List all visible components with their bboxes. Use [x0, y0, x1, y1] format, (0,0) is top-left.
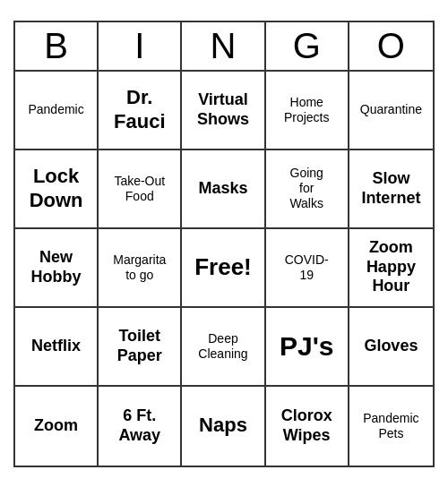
bingo-card: BINGO PandemicDr. FauciVirtual ShowsHome…	[13, 21, 435, 467]
bingo-cell-text-16: Toilet Paper	[117, 327, 162, 365]
bingo-letter-O: O	[349, 22, 433, 70]
bingo-cell-8: Going for Walks	[266, 150, 349, 229]
bingo-cell-text-24: Pandemic Pets	[363, 411, 418, 441]
bingo-cell-4: Quarantine	[349, 72, 433, 150]
bingo-cell-21: 6 Ft. Away	[99, 387, 182, 466]
bingo-cell-1: Dr. Fauci	[99, 72, 182, 150]
bingo-cell-text-7: Masks	[198, 179, 247, 199]
bingo-cell-text-10: New Hobby	[31, 248, 82, 286]
bingo-cell-16: Toilet Paper	[99, 308, 182, 387]
bingo-cell-9: Slow Internet	[349, 150, 433, 229]
bingo-cell-text-21: 6 Ft. Away	[118, 406, 160, 445]
bingo-cell-2: Virtual Shows	[182, 72, 265, 150]
bingo-cell-text-9: Slow Internet	[361, 169, 420, 208]
bingo-cell-5: Lock Down	[15, 150, 99, 229]
bingo-cell-text-17: Deep Cleaning	[198, 331, 247, 362]
bingo-cell-text-20: Zoom	[34, 416, 78, 436]
bingo-cell-text-1: Dr. Fauci	[114, 86, 165, 133]
bingo-cell-text-13: COVID- 19	[285, 252, 329, 283]
bingo-cell-17: Deep Cleaning	[182, 308, 265, 387]
bingo-cell-text-5: Lock Down	[30, 165, 83, 212]
bingo-cell-13: COVID- 19	[266, 229, 349, 308]
bingo-cell-7: Masks	[182, 150, 265, 229]
bingo-cell-text-23: Clorox Wipes	[281, 406, 332, 445]
bingo-letter-G: G	[266, 22, 349, 70]
bingo-cell-text-2: Virtual Shows	[197, 90, 249, 129]
bingo-cell-text-0: Pandemic	[28, 102, 83, 117]
bingo-cell-text-12: Free!	[194, 253, 252, 281]
bingo-cell-text-15: Netflix	[31, 337, 81, 356]
bingo-cell-20: Zoom	[15, 387, 99, 466]
bingo-cell-14: Zoom Happy Hour	[349, 229, 433, 308]
bingo-cell-15: Netflix	[15, 308, 99, 387]
bingo-cell-23: Clorox Wipes	[266, 387, 349, 466]
bingo-cell-10: New Hobby	[15, 229, 99, 308]
bingo-cell-text-3: Home Projects	[284, 95, 330, 125]
bingo-header: BINGO	[15, 22, 433, 72]
bingo-cell-text-14: Zoom Happy Hour	[366, 238, 416, 296]
bingo-cell-12: Free!	[182, 229, 265, 308]
bingo-cell-18: PJ's	[266, 308, 349, 387]
bingo-cell-6: Take-Out Food	[99, 150, 182, 229]
bingo-cell-text-4: Quarantine	[360, 102, 422, 117]
bingo-cell-text-8: Going for Walks	[289, 166, 323, 210]
bingo-grid: PandemicDr. FauciVirtual ShowsHome Proje…	[15, 72, 433, 466]
bingo-cell-19: Gloves	[349, 308, 433, 387]
bingo-letter-I: I	[99, 22, 182, 70]
bingo-cell-text-11: Margarita to go	[113, 252, 166, 283]
bingo-cell-text-18: PJ's	[280, 330, 334, 363]
bingo-letter-N: N	[182, 22, 265, 70]
bingo-cell-11: Margarita to go	[99, 229, 182, 308]
bingo-cell-text-6: Take-Out Food	[114, 174, 165, 204]
bingo-cell-text-19: Gloves	[364, 337, 418, 356]
bingo-cell-0: Pandemic	[15, 72, 99, 150]
bingo-letter-B: B	[15, 22, 99, 70]
bingo-cell-24: Pandemic Pets	[349, 387, 433, 466]
bingo-cell-3: Home Projects	[266, 72, 349, 150]
bingo-cell-22: Naps	[182, 387, 265, 466]
bingo-cell-text-22: Naps	[199, 414, 247, 437]
